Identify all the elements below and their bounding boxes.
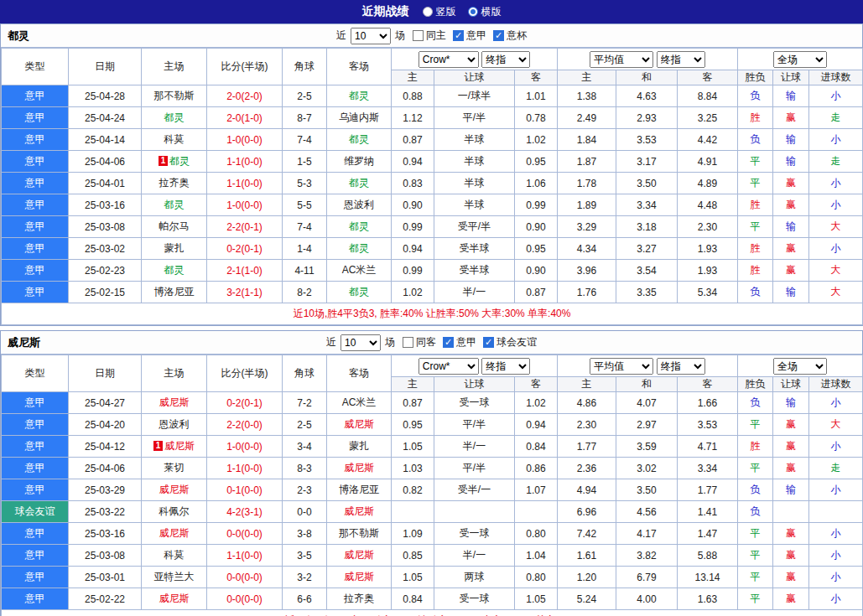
europe-home-odds: 3.96	[558, 260, 616, 282]
europe-away-odds: 13.14	[678, 567, 738, 588]
filter-checkbox[interactable]: 同主	[413, 28, 446, 43]
away-team-name: 都灵	[349, 133, 369, 145]
result-goals: 大	[809, 414, 863, 436]
col-header-home: 主场	[142, 49, 207, 85]
result-outcome: 平	[738, 523, 773, 545]
radio-icon	[468, 7, 478, 17]
date-cell: 25-03-01	[69, 567, 142, 588]
home-team-cell: 亚特兰大	[142, 567, 207, 588]
match-row: 意甲 25-02-22 威尼斯 0-0(0-0) 6-6 拉齐奥 0.84 受一…	[2, 588, 863, 610]
home-team-name: 科莫	[164, 133, 185, 145]
corner-cell: 4-11	[283, 260, 327, 282]
asia-away-odds: 1.06	[515, 173, 558, 194]
checkbox-label: 同客	[416, 335, 436, 349]
match-row: 意甲 25-04-01 拉齐奥 1-1(0-0) 5-3 都灵 0.83 半球 …	[2, 173, 863, 194]
home-team-cell: 威尼斯	[142, 479, 207, 501]
home-team-cell: 都灵	[142, 260, 207, 282]
europe-home-odds: 4.86	[558, 392, 616, 414]
score-cell: 2-0(2-0)	[207, 85, 283, 107]
result-goals: 走	[809, 458, 863, 479]
league-cell: 意甲	[2, 216, 69, 238]
filter-checkbox[interactable]: 意杯	[493, 28, 527, 43]
league-cell: 意甲	[2, 260, 69, 282]
europe-away-odds: 1.47	[678, 523, 738, 545]
near-label: 近	[336, 28, 346, 43]
team-results-section: 都灵 近 10 场 同主意甲意杯 类型 日期	[0, 23, 863, 326]
league-cell: 意甲	[2, 238, 69, 260]
asia-home-odds: 1.03	[392, 458, 434, 479]
away-team-name: 蒙扎	[349, 440, 369, 452]
filter-controls: 近 10 场 同客意甲球会友谊	[326, 334, 537, 351]
europe-avg-select[interactable]: 平均值	[590, 51, 653, 68]
scope-select[interactable]: 全场	[773, 51, 827, 68]
match-count-select[interactable]: 10	[351, 28, 391, 44]
asia-home-odds: 0.84	[392, 588, 434, 610]
asia-handicap: 平/半	[434, 414, 515, 436]
asia-home-odds: 0.95	[392, 414, 434, 436]
filter-checkbox[interactable]: 意甲	[453, 28, 486, 43]
col-header-date: 日期	[69, 49, 142, 85]
view-mode-radio[interactable]: 竖版	[423, 5, 456, 19]
filter-checkbox[interactable]: 意甲	[443, 335, 476, 349]
sections-container: 都灵 近 10 场 同主意甲意杯 类型 日期	[0, 23, 863, 616]
radio-label: 横版	[481, 5, 502, 19]
asia-bookmaker-select[interactable]: Crow*	[419, 358, 479, 375]
date-cell: 25-03-08	[69, 545, 142, 567]
home-team-name: 莱切	[164, 462, 185, 474]
asia-home-odds: 1.05	[392, 567, 434, 588]
date-cell: 25-02-22	[69, 588, 142, 610]
europe-time-select[interactable]: 终指	[657, 51, 705, 68]
asia-time-select[interactable]: 终指	[481, 51, 530, 68]
near-label: 近	[326, 335, 336, 349]
corner-cell: 8-7	[283, 107, 327, 129]
view-mode-radio[interactable]: 横版	[468, 5, 502, 19]
europe-away-odds: 5.34	[678, 282, 738, 303]
filter-checkbox[interactable]: 同客	[403, 335, 436, 349]
result-outcome: 平	[738, 567, 773, 588]
away-team-name: 乌迪内斯	[339, 111, 379, 123]
corner-cell: 7-4	[283, 129, 327, 151]
home-team-cell: 都灵	[142, 194, 207, 216]
match-row: 意甲 25-04-06 莱切 1-1(0-0) 8-3 威尼斯 1.03 平/半…	[2, 458, 863, 479]
corner-cell: 3-2	[283, 567, 327, 588]
europe-away-odds: 2.30	[678, 216, 738, 238]
result-handicap: 输	[773, 479, 809, 501]
asia-bookmaker-select[interactable]: Crow*	[419, 51, 479, 68]
asia-home-odds: 0.90	[392, 194, 434, 216]
league-cell: 意甲	[2, 523, 69, 545]
home-team-cell: 科莫	[142, 129, 207, 151]
europe-time-select[interactable]: 终指	[657, 358, 705, 375]
home-team-name: 亚特兰大	[154, 571, 195, 582]
home-team-cell: 恩波利	[142, 414, 207, 436]
match-row: 意甲 25-03-01 亚特兰大 0-0(0-0) 3-2 威尼斯 1.05 两…	[2, 567, 863, 588]
europe-draw-odds: 4.00	[616, 588, 678, 610]
score-cell: 2-2(0-1)	[207, 216, 283, 238]
away-team-cell: 蒙扎	[327, 436, 392, 458]
scope-select[interactable]: 全场	[773, 358, 827, 375]
away-team-name: 都灵	[349, 90, 369, 101]
home-team-cell: 帕尔马	[142, 216, 207, 238]
corner-cell: 2-5	[283, 85, 327, 107]
date-cell: 25-04-20	[69, 414, 142, 436]
result-goals	[809, 501, 863, 523]
match-count-select[interactable]: 10	[341, 334, 381, 351]
subcol-asia-away: 客	[515, 377, 558, 392]
filter-checkbox[interactable]: 球会友谊	[483, 335, 537, 349]
subcol-asia-handicap: 让球	[434, 70, 515, 85]
away-team-cell: 都灵	[327, 282, 392, 303]
asia-handicap: 受一球	[434, 392, 515, 414]
europe-draw-odds: 4.56	[616, 501, 678, 523]
europe-avg-select[interactable]: 平均值	[590, 358, 653, 375]
scope-header: 全场	[738, 355, 863, 377]
games-label: 场	[385, 335, 395, 349]
asia-time-select[interactable]: 终指	[481, 358, 530, 375]
asia-away-odds: 1.01	[515, 85, 558, 107]
home-team-name: 拉齐奥	[159, 177, 190, 189]
red-card-badge: 1	[153, 441, 163, 451]
asia-away-odds: 0.80	[515, 523, 558, 545]
away-team-cell: 拉齐奥	[327, 588, 392, 610]
scope-header: 全场	[738, 49, 863, 70]
asia-home-odds: 1.12	[392, 107, 434, 129]
filter-controls: 近 10 场 同主意甲意杯	[336, 28, 527, 44]
away-team-name: 那不勒斯	[339, 527, 379, 539]
